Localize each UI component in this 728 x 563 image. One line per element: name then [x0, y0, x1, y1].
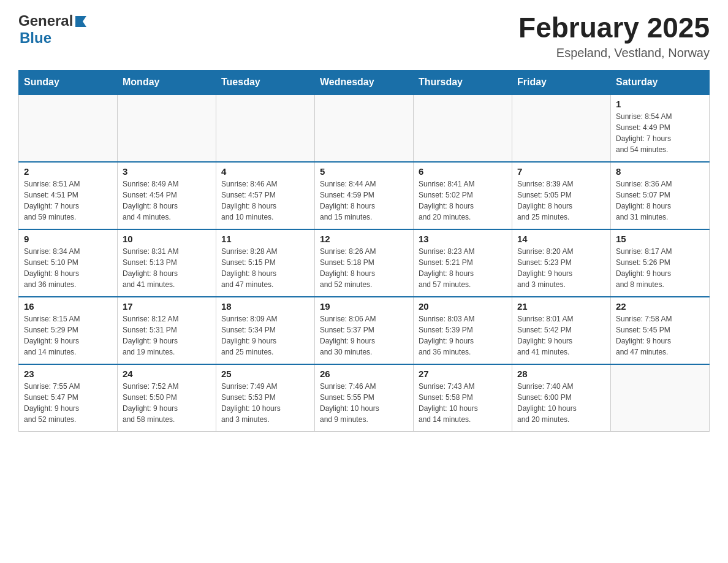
calendar-cell: 18Sunrise: 8:09 AMSunset: 5:34 PMDayligh…: [216, 297, 315, 364]
calendar-cell: 3Sunrise: 8:49 AMSunset: 4:54 PMDaylight…: [118, 162, 216, 229]
day-number: 4: [221, 166, 309, 177]
day-info: Sunrise: 8:36 AMSunset: 5:07 PMDaylight:…: [616, 178, 704, 223]
calendar-cell: [512, 94, 611, 162]
day-number: 13: [419, 234, 507, 244]
logo-general-text: General: [18, 12, 73, 29]
calendar-cell: 22Sunrise: 7:58 AMSunset: 5:45 PMDayligh…: [611, 297, 710, 364]
calendar-week-row: 9Sunrise: 8:34 AMSunset: 5:10 PMDaylight…: [19, 229, 710, 297]
day-info: Sunrise: 8:28 AMSunset: 5:15 PMDaylight:…: [221, 246, 309, 290]
calendar-cell: 2Sunrise: 8:51 AMSunset: 4:51 PMDaylight…: [19, 162, 118, 229]
day-number: 27: [419, 369, 507, 379]
day-number: 2: [24, 166, 112, 177]
logo-blue-text: Blue: [20, 29, 51, 46]
calendar-cell: 7Sunrise: 8:39 AMSunset: 5:05 PMDaylight…: [512, 162, 611, 229]
calendar-cell: 15Sunrise: 8:17 AMSunset: 5:26 PMDayligh…: [611, 229, 710, 297]
day-info: Sunrise: 8:17 AMSunset: 5:26 PMDaylight:…: [616, 246, 704, 290]
calendar-week-row: 16Sunrise: 8:15 AMSunset: 5:29 PMDayligh…: [19, 297, 710, 364]
day-number: 19: [320, 301, 408, 312]
weekday-header-sunday: Sunday: [19, 70, 118, 94]
calendar-week-row: 2Sunrise: 8:51 AMSunset: 4:51 PMDaylight…: [19, 162, 710, 229]
calendar-cell: 25Sunrise: 7:49 AMSunset: 5:53 PMDayligh…: [216, 364, 315, 432]
month-title: February 2025: [518, 12, 710, 44]
calendar-cell: 24Sunrise: 7:52 AMSunset: 5:50 PMDayligh…: [118, 364, 216, 432]
calendar-cell: 9Sunrise: 8:34 AMSunset: 5:10 PMDaylight…: [19, 229, 118, 297]
weekday-header-thursday: Thursday: [414, 70, 512, 94]
day-number: 24: [123, 369, 211, 379]
calendar-cell: 10Sunrise: 8:31 AMSunset: 5:13 PMDayligh…: [118, 229, 216, 297]
day-info: Sunrise: 8:03 AMSunset: 5:39 PMDaylight:…: [419, 313, 507, 358]
logo-flag-icon: [74, 13, 88, 27]
calendar-cell: 13Sunrise: 8:23 AMSunset: 5:21 PMDayligh…: [414, 229, 512, 297]
weekday-header-wednesday: Wednesday: [315, 70, 414, 94]
day-info: Sunrise: 8:39 AMSunset: 5:05 PMDaylight:…: [517, 178, 605, 223]
day-info: Sunrise: 7:55 AMSunset: 5:47 PMDaylight:…: [24, 381, 112, 425]
calendar-table: SundayMondayTuesdayWednesdayThursdayFrid…: [18, 70, 710, 432]
calendar-cell: 28Sunrise: 7:40 AMSunset: 6:00 PMDayligh…: [512, 364, 611, 432]
day-number: 25: [221, 369, 309, 379]
day-info: Sunrise: 7:52 AMSunset: 5:50 PMDaylight:…: [123, 381, 211, 425]
day-number: 21: [517, 301, 605, 312]
calendar-cell: 5Sunrise: 8:44 AMSunset: 4:59 PMDaylight…: [315, 162, 414, 229]
calendar-cell: 11Sunrise: 8:28 AMSunset: 5:15 PMDayligh…: [216, 229, 315, 297]
weekday-header-friday: Friday: [512, 70, 611, 94]
calendar-cell: [414, 94, 512, 162]
day-number: 22: [616, 301, 704, 312]
day-number: 14: [517, 234, 605, 244]
calendar-header-row: SundayMondayTuesdayWednesdayThursdayFrid…: [19, 70, 710, 94]
day-info: Sunrise: 8:31 AMSunset: 5:13 PMDaylight:…: [123, 246, 211, 290]
day-number: 17: [123, 301, 211, 312]
calendar-cell: 27Sunrise: 7:43 AMSunset: 5:58 PMDayligh…: [414, 364, 512, 432]
day-info: Sunrise: 8:44 AMSunset: 4:59 PMDaylight:…: [320, 178, 408, 223]
calendar-cell: 1Sunrise: 8:54 AMSunset: 4:49 PMDaylight…: [611, 94, 710, 162]
day-number: 6: [419, 166, 507, 177]
calendar-cell: 4Sunrise: 8:46 AMSunset: 4:57 PMDaylight…: [216, 162, 315, 229]
calendar-cell: 12Sunrise: 8:26 AMSunset: 5:18 PMDayligh…: [315, 229, 414, 297]
calendar-cell: 17Sunrise: 8:12 AMSunset: 5:31 PMDayligh…: [118, 297, 216, 364]
day-info: Sunrise: 8:41 AMSunset: 5:02 PMDaylight:…: [419, 178, 507, 223]
day-info: Sunrise: 8:01 AMSunset: 5:42 PMDaylight:…: [517, 313, 605, 358]
day-info: Sunrise: 8:26 AMSunset: 5:18 PMDaylight:…: [320, 246, 408, 290]
day-info: Sunrise: 8:06 AMSunset: 5:37 PMDaylight:…: [320, 313, 408, 358]
day-number: 7: [517, 166, 605, 177]
calendar-cell: 14Sunrise: 8:20 AMSunset: 5:23 PMDayligh…: [512, 229, 611, 297]
day-number: 28: [517, 369, 605, 379]
svg-marker-0: [75, 16, 86, 27]
calendar-cell: 8Sunrise: 8:36 AMSunset: 5:07 PMDaylight…: [611, 162, 710, 229]
calendar-cell: [611, 364, 710, 432]
calendar-cell: 16Sunrise: 8:15 AMSunset: 5:29 PMDayligh…: [19, 297, 118, 364]
calendar-cell: [216, 94, 315, 162]
calendar-cell: 26Sunrise: 7:46 AMSunset: 5:55 PMDayligh…: [315, 364, 414, 432]
day-number: 3: [123, 166, 211, 177]
page-header: General Blue February 2025 Espeland, Ves…: [18, 12, 710, 60]
calendar-cell: 6Sunrise: 8:41 AMSunset: 5:02 PMDaylight…: [414, 162, 512, 229]
day-number: 15: [616, 234, 704, 244]
day-info: Sunrise: 8:15 AMSunset: 5:29 PMDaylight:…: [24, 313, 112, 358]
day-info: Sunrise: 7:49 AMSunset: 5:53 PMDaylight:…: [221, 381, 309, 425]
calendar-week-row: 23Sunrise: 7:55 AMSunset: 5:47 PMDayligh…: [19, 364, 710, 432]
calendar-cell: [315, 94, 414, 162]
calendar-week-row: 1Sunrise: 8:54 AMSunset: 4:49 PMDaylight…: [19, 94, 710, 162]
day-number: 5: [320, 166, 408, 177]
calendar-cell: 23Sunrise: 7:55 AMSunset: 5:47 PMDayligh…: [19, 364, 118, 432]
day-number: 23: [24, 369, 112, 379]
day-info: Sunrise: 7:43 AMSunset: 5:58 PMDaylight:…: [419, 381, 507, 425]
weekday-header-saturday: Saturday: [611, 70, 710, 94]
location-subtitle: Espeland, Vestland, Norway: [518, 46, 710, 60]
weekday-header-monday: Monday: [118, 70, 216, 94]
day-info: Sunrise: 8:34 AMSunset: 5:10 PMDaylight:…: [24, 246, 112, 290]
day-info: Sunrise: 8:46 AMSunset: 4:57 PMDaylight:…: [221, 178, 309, 223]
weekday-header-tuesday: Tuesday: [216, 70, 315, 94]
day-info: Sunrise: 8:23 AMSunset: 5:21 PMDaylight:…: [419, 246, 507, 290]
day-info: Sunrise: 8:51 AMSunset: 4:51 PMDaylight:…: [24, 178, 112, 223]
day-number: 10: [123, 234, 211, 244]
day-number: 12: [320, 234, 408, 244]
day-number: 8: [616, 166, 704, 177]
day-number: 9: [24, 234, 112, 244]
day-number: 16: [24, 301, 112, 312]
day-info: Sunrise: 8:09 AMSunset: 5:34 PMDaylight:…: [221, 313, 309, 358]
logo: General Blue: [18, 12, 88, 47]
day-info: Sunrise: 7:46 AMSunset: 5:55 PMDaylight:…: [320, 381, 408, 425]
calendar-cell: 20Sunrise: 8:03 AMSunset: 5:39 PMDayligh…: [414, 297, 512, 364]
day-info: Sunrise: 8:12 AMSunset: 5:31 PMDaylight:…: [123, 313, 211, 358]
calendar-cell: 19Sunrise: 8:06 AMSunset: 5:37 PMDayligh…: [315, 297, 414, 364]
